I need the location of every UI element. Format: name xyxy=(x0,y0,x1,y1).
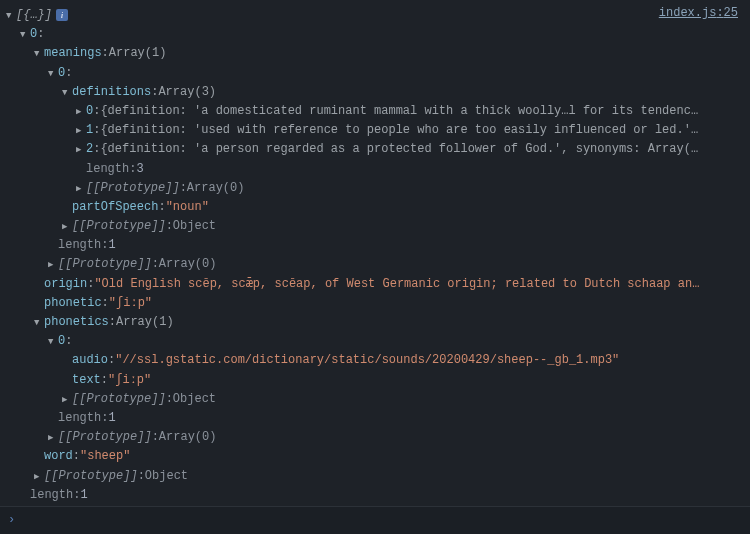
prototype-value: Object xyxy=(173,217,216,236)
property-value: "ʃiːp" xyxy=(109,294,152,313)
chevron-down-icon[interactable]: ▼ xyxy=(6,9,16,23)
length-key: length xyxy=(58,236,101,255)
info-icon[interactable]: i xyxy=(56,9,68,21)
chevron-down-icon[interactable]: ▼ xyxy=(48,67,58,81)
root-summary: [{…}] xyxy=(16,6,52,25)
property-key: origin xyxy=(44,275,87,294)
property-key: definitions xyxy=(72,83,151,102)
prototype-value: Object xyxy=(145,467,188,486)
property-value: Array(1) xyxy=(109,44,167,63)
property-key: text xyxy=(72,371,101,390)
property-key: audio xyxy=(72,351,108,370)
length-value: 1 xyxy=(80,486,87,505)
index-key: 0 xyxy=(58,64,65,83)
definition-preview: {definition: 'a person regarded as a pro… xyxy=(100,140,698,159)
definition-preview: {definition: 'used with reference to peo… xyxy=(100,121,698,140)
index-key: 1 xyxy=(86,121,93,140)
length-key: length xyxy=(86,160,129,179)
length-value: 1 xyxy=(108,409,115,428)
prototype-key: [[Prototype]] xyxy=(72,217,166,236)
chevron-down-icon[interactable]: ▼ xyxy=(20,28,30,42)
property-key: partOfSpeech xyxy=(72,198,158,217)
chevron-right-icon[interactable]: ▶ xyxy=(62,220,72,234)
object-tree: ▼ [{…}] i ▼ 0: ▼ meanings: Array(1) ▼ 0:… xyxy=(0,0,750,524)
property-value: Array(3) xyxy=(158,83,216,102)
index-key: 2 xyxy=(86,140,93,159)
property-key: phonetic xyxy=(44,294,102,313)
chevron-down-icon[interactable]: ▼ xyxy=(48,335,58,349)
length-key: length xyxy=(58,409,101,428)
property-key: phonetics xyxy=(44,313,109,332)
source-line: 25 xyxy=(724,6,738,20)
property-key: word xyxy=(44,447,73,466)
chevron-right-icon[interactable]: ▶ xyxy=(48,258,58,272)
property-value: "sheep" xyxy=(80,447,130,466)
prototype-value: Object xyxy=(173,390,216,409)
property-value: "noun" xyxy=(166,198,209,217)
prototype-key: [[Prototype]] xyxy=(86,179,180,198)
index-key: 0 xyxy=(30,25,37,44)
chevron-right-icon[interactable]: ▶ xyxy=(34,470,44,484)
chevron-right-icon: › xyxy=(8,513,15,527)
chevron-right-icon[interactable]: ▶ xyxy=(48,431,58,445)
property-value: "ʃiːp" xyxy=(108,371,151,390)
prototype-value: Array(0) xyxy=(159,428,217,447)
property-value: Array(1) xyxy=(116,313,174,332)
length-value: 3 xyxy=(136,160,143,179)
chevron-down-icon[interactable]: ▼ xyxy=(34,47,44,61)
index-key: 0 xyxy=(58,332,65,351)
prototype-value: Array(0) xyxy=(187,179,245,198)
property-key: meanings xyxy=(44,44,102,63)
prototype-value: Array(0) xyxy=(159,255,217,274)
index-key: 0 xyxy=(86,102,93,121)
prototype-key: [[Prototype]] xyxy=(58,255,152,274)
prototype-key: [[Prototype]] xyxy=(44,467,138,486)
prototype-key: [[Prototype]] xyxy=(72,390,166,409)
property-value: "//ssl.gstatic.com/dictionary/static/sou… xyxy=(115,351,619,370)
console-prompt[interactable]: › xyxy=(0,506,750,534)
length-key: length xyxy=(30,486,73,505)
definition-preview: {definition: 'a domesticated ruminant ma… xyxy=(100,102,698,121)
chevron-right-icon[interactable]: ▶ xyxy=(76,143,86,157)
length-value: 1 xyxy=(108,236,115,255)
prototype-key: [[Prototype]] xyxy=(58,428,152,447)
chevron-down-icon[interactable]: ▼ xyxy=(62,86,72,100)
chevron-down-icon[interactable]: ▼ xyxy=(34,316,44,330)
chevron-right-icon[interactable]: ▶ xyxy=(76,182,86,196)
source-link[interactable]: index.js:25 xyxy=(659,4,738,23)
chevron-right-icon[interactable]: ▶ xyxy=(76,124,86,138)
source-file: index.js xyxy=(659,6,717,20)
chevron-right-icon[interactable]: ▶ xyxy=(76,105,86,119)
property-value: "Old English scēp, scǣp, scēap, of West … xyxy=(94,275,699,294)
chevron-right-icon[interactable]: ▶ xyxy=(62,393,72,407)
